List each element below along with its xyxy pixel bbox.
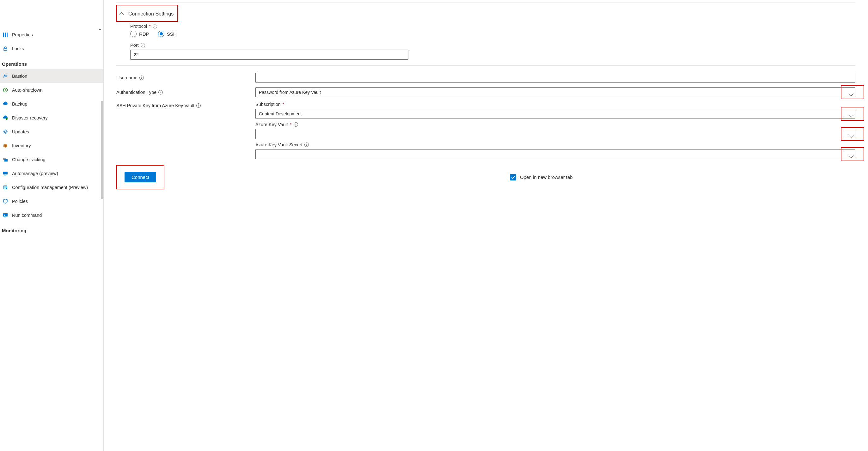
username-input[interactable] [255,73,855,83]
divider [116,65,855,66]
sidebar-item-run-command[interactable]: Run command [0,208,103,222]
gear-icon [3,129,8,135]
info-icon[interactable]: i [304,142,309,147]
checkbox-label: Open in new browser tab [520,174,573,180]
bastion-icon [3,73,8,79]
open-new-tab-checkbox[interactable]: Open in new browser tab [510,174,855,181]
sidebar-item-label: Automanage (preview) [12,171,58,176]
info-icon[interactable]: i [293,122,298,127]
monitor-icon [3,171,8,176]
username-label: Username i [116,75,255,80]
select-value: Content Development [259,111,302,116]
sidebar-item-bastion[interactable]: Bastion [0,69,103,83]
change-icon [3,157,8,162]
select-value: Password from Azure Key Vault [259,90,321,95]
sidebar-item-label: Updates [12,129,29,134]
sidebar: Properties Locks Operations Bastion Auto… [0,0,104,451]
radio-icon [130,31,136,37]
protocol-label: Protocol * i [130,24,413,29]
scroll-up-icon[interactable] [98,28,101,30]
info-icon[interactable]: i [140,75,144,80]
sidebar-item-label: Auto-shutdown [12,88,43,93]
port-label: Port i [130,43,413,48]
lock-icon [3,46,8,52]
sidebar-item-label: Policies [12,199,28,204]
sidebar-item-label: Bastion [12,74,27,79]
connect-highlight: Connect [116,165,164,189]
scrollbar-thumb[interactable] [101,101,103,199]
sidebar-item-label: Disaster recovery [12,115,48,121]
policy-icon [3,198,8,204]
run-icon [3,213,8,218]
sidebar-item-label: Change tracking [12,157,45,162]
expander-title: Connection Settings [128,11,174,17]
radio-icon [158,31,164,37]
svg-rect-1 [5,33,6,37]
protocol-radio-ssh[interactable]: SSH [158,31,177,37]
sidebar-item-label: Configuration management (Preview) [12,185,88,190]
svg-rect-8 [4,159,8,161]
properties-icon [3,32,8,38]
key-vault-label: Azure Key Vault * i [255,122,855,127]
svg-rect-13 [4,187,7,188]
sidebar-item-disaster-recovery[interactable]: Disaster recovery [0,111,103,125]
info-icon[interactable]: i [153,24,157,28]
info-icon[interactable]: i [158,90,163,95]
chevron-down-icon [843,88,855,97]
sidebar-section-monitoring: Monitoring [0,222,103,236]
key-vault-select[interactable] [255,129,855,139]
protocol-radio-rdp[interactable]: RDP [130,31,149,37]
required-asterisk: * [290,122,292,127]
ssh-kv-label: SSH Private Key from Azure Key Vault i [116,102,255,108]
sidebar-item-policies[interactable]: Policies [0,194,103,208]
svg-rect-15 [3,213,8,217]
sidebar-item-config-mgmt[interactable]: Configuration management (Preview) [0,181,103,194]
clock-icon [3,87,8,93]
checkbox-checked-icon [510,174,516,181]
svg-rect-2 [7,33,8,37]
main-panel: Connection Settings Protocol * i RDP SSH [104,0,868,451]
required-asterisk: * [149,24,151,29]
sidebar-item-change-tracking[interactable]: Change tracking [0,153,103,167]
sidebar-item-backup[interactable]: Backup [0,97,103,111]
svg-rect-14 [4,188,6,189]
svg-rect-16 [4,217,6,218]
sidebar-item-properties[interactable]: Properties [0,28,103,42]
svg-rect-9 [3,172,8,174]
chevron-up-icon [120,12,124,17]
connection-settings-expander[interactable]: Connection Settings [117,5,177,21]
connection-settings-highlight: Connection Settings [116,5,178,22]
connect-button[interactable]: Connect [125,172,156,182]
sidebar-item-automanage[interactable]: Automanage (preview) [0,167,103,181]
info-icon[interactable]: i [141,43,145,47]
sidebar-item-label: Locks [12,46,24,51]
sidebar-item-updates[interactable]: Updates [0,125,103,139]
key-vault-secret-label: Azure Key Vault Secret i [255,142,855,147]
subscription-select[interactable]: Content Development [255,109,855,119]
required-asterisk: * [283,102,284,107]
config-icon [3,185,8,190]
chevron-down-icon [843,129,855,139]
info-icon[interactable]: i [196,103,201,108]
sidebar-item-label: Inventory [12,143,31,148]
sidebar-item-label: Run command [12,213,42,218]
radio-label: SSH [167,31,177,37]
svg-point-6 [4,131,6,133]
key-vault-secret-select[interactable] [255,149,855,159]
sidebar-item-locks[interactable]: Locks [0,42,103,56]
auth-type-select[interactable]: Password from Azure Key Vault [255,87,855,97]
svg-rect-3 [4,49,7,51]
box-icon [3,143,8,149]
auth-type-label: Authentication Type i [116,90,255,95]
sidebar-item-label: Properties [12,32,33,37]
radio-label: RDP [139,31,149,37]
sidebar-item-inventory[interactable]: Inventory [0,139,103,153]
subscription-label: Subscription * [255,102,855,107]
backup-icon [3,101,8,107]
sidebar-item-auto-shutdown[interactable]: Auto-shutdown [0,83,103,97]
port-input[interactable] [130,50,408,60]
chevron-down-icon [843,150,855,159]
svg-rect-10 [4,175,6,175]
disaster-icon [3,115,8,121]
chevron-down-icon [843,109,855,119]
